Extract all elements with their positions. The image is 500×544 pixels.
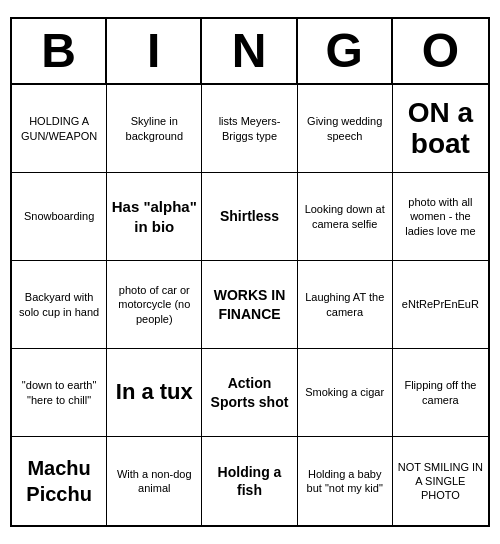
bingo-cell-12: WORKS IN FINANCE bbox=[202, 261, 297, 349]
bingo-cell-24: NOT SMILING IN A SINGLE PHOTO bbox=[393, 437, 488, 525]
bingo-cell-1: Skyline in background bbox=[107, 85, 202, 173]
bingo-cell-13: Laughing AT the camera bbox=[298, 261, 393, 349]
bingo-cell-5: Snowboarding bbox=[12, 173, 107, 261]
bingo-cell-16: In a tux bbox=[107, 349, 202, 437]
bingo-cell-15: "down to earth" "here to chill" bbox=[12, 349, 107, 437]
bingo-card: BINGO HOLDING A GUN/WEAPONSkyline in bac… bbox=[10, 17, 490, 527]
bingo-header: BINGO bbox=[12, 19, 488, 85]
bingo-cell-3: Giving wedding speech bbox=[298, 85, 393, 173]
bingo-cell-0: HOLDING A GUN/WEAPON bbox=[12, 85, 107, 173]
bingo-letter-n: N bbox=[202, 19, 297, 83]
bingo-cell-6: Has "alpha" in bio bbox=[107, 173, 202, 261]
bingo-cell-2: lists Meyers-Briggs type bbox=[202, 85, 297, 173]
bingo-cell-11: photo of car or motorcycle (no people) bbox=[107, 261, 202, 349]
bingo-letter-o: O bbox=[393, 19, 488, 83]
bingo-cell-17: Action Sports shot bbox=[202, 349, 297, 437]
bingo-cell-10: Backyard with solo cup in hand bbox=[12, 261, 107, 349]
bingo-cell-21: With a non-dog animal bbox=[107, 437, 202, 525]
bingo-cell-14: eNtRePrEnEuR bbox=[393, 261, 488, 349]
bingo-grid: HOLDING A GUN/WEAPONSkyline in backgroun… bbox=[12, 85, 488, 525]
bingo-cell-7: Shirtless bbox=[202, 173, 297, 261]
bingo-cell-18: Smoking a cigar bbox=[298, 349, 393, 437]
bingo-letter-g: G bbox=[298, 19, 393, 83]
bingo-cell-19: Flipping off the camera bbox=[393, 349, 488, 437]
bingo-cell-22: Holding a fish bbox=[202, 437, 297, 525]
bingo-cell-8: Looking down at camera selfie bbox=[298, 173, 393, 261]
bingo-cell-4: ON a boat bbox=[393, 85, 488, 173]
bingo-letter-i: I bbox=[107, 19, 202, 83]
bingo-letter-b: B bbox=[12, 19, 107, 83]
bingo-cell-9: photo with all women - the ladies love m… bbox=[393, 173, 488, 261]
bingo-cell-23: Holding a baby but "not my kid" bbox=[298, 437, 393, 525]
bingo-cell-20: Machu Picchu bbox=[12, 437, 107, 525]
